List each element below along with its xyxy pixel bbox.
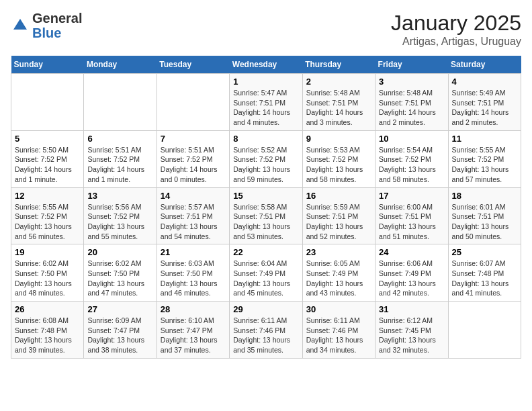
day-info: Sunrise: 5:58 AMSunset: 7:51 PMDaylight:… — [233, 202, 298, 242]
day-number: 11 — [452, 134, 517, 144]
day-info: Sunrise: 6:01 AMSunset: 7:51 PMDaylight:… — [452, 202, 517, 242]
header-cell-wednesday: Wednesday — [230, 56, 302, 74]
day-cell: 25Sunrise: 6:07 AMSunset: 7:48 PMDayligh… — [448, 244, 521, 302]
day-cell: 2Sunrise: 5:48 AMSunset: 7:51 PMDaylight… — [302, 74, 375, 131]
day-info: Sunrise: 5:48 AMSunset: 7:51 PMDaylight:… — [306, 88, 371, 128]
day-cell: 5Sunrise: 5:50 AMSunset: 7:52 PMDaylight… — [11, 130, 84, 187]
day-info: Sunrise: 5:51 AMSunset: 7:52 PMDaylight:… — [161, 145, 226, 185]
day-number: 1 — [233, 77, 298, 87]
day-cell — [157, 74, 229, 131]
header-cell-thursday: Thursday — [302, 56, 375, 74]
day-info: Sunrise: 5:56 AMSunset: 7:52 PMDaylight:… — [87, 202, 152, 242]
day-number: 23 — [306, 247, 371, 257]
day-number: 5 — [15, 134, 80, 144]
page-subtitle: Artigas, Artigas, Uruguay — [391, 36, 521, 48]
week-row-2: 5Sunrise: 5:50 AMSunset: 7:52 PMDaylight… — [11, 130, 521, 187]
day-number: 16 — [306, 191, 371, 201]
logo: General Blue — [11, 11, 82, 40]
week-row-4: 19Sunrise: 6:02 AMSunset: 7:50 PMDayligh… — [11, 244, 521, 302]
day-info: Sunrise: 6:00 AMSunset: 7:51 PMDaylight:… — [379, 202, 444, 242]
day-cell: 19Sunrise: 6:02 AMSunset: 7:50 PMDayligh… — [11, 244, 84, 302]
day-cell: 28Sunrise: 6:10 AMSunset: 7:47 PMDayligh… — [157, 302, 229, 359]
logo-icon — [11, 16, 30, 35]
day-cell: 12Sunrise: 5:55 AMSunset: 7:52 PMDayligh… — [11, 187, 84, 244]
day-cell: 8Sunrise: 5:52 AMSunset: 7:52 PMDaylight… — [230, 130, 302, 187]
day-cell: 18Sunrise: 6:01 AMSunset: 7:51 PMDayligh… — [448, 187, 521, 244]
logo-text: General Blue — [32, 11, 82, 40]
day-info: Sunrise: 6:09 AMSunset: 7:47 PMDaylight:… — [87, 316, 152, 355]
day-number: 9 — [306, 134, 371, 144]
day-number: 3 — [379, 77, 444, 87]
day-cell: 4Sunrise: 5:49 AMSunset: 7:51 PMDaylight… — [448, 74, 521, 131]
day-info: Sunrise: 5:55 AMSunset: 7:52 PMDaylight:… — [15, 202, 80, 242]
day-number: 25 — [452, 247, 517, 257]
day-number: 7 — [161, 134, 226, 144]
header-cell-monday: Monday — [84, 56, 157, 74]
day-cell: 31Sunrise: 6:12 AMSunset: 7:45 PMDayligh… — [375, 302, 448, 359]
day-info: Sunrise: 6:12 AMSunset: 7:45 PMDaylight:… — [379, 316, 444, 355]
day-cell: 6Sunrise: 5:51 AMSunset: 7:52 PMDaylight… — [84, 130, 157, 187]
day-cell: 9Sunrise: 5:53 AMSunset: 7:52 PMDaylight… — [302, 130, 375, 187]
day-info: Sunrise: 5:55 AMSunset: 7:52 PMDaylight:… — [452, 145, 517, 185]
day-number: 13 — [87, 191, 152, 201]
logo-general: General — [32, 11, 82, 26]
day-cell: 13Sunrise: 5:56 AMSunset: 7:52 PMDayligh… — [84, 187, 157, 244]
day-cell: 14Sunrise: 5:57 AMSunset: 7:51 PMDayligh… — [157, 187, 229, 244]
header-row: SundayMondayTuesdayWednesdayThursdayFrid… — [11, 56, 521, 74]
day-cell: 30Sunrise: 6:11 AMSunset: 7:46 PMDayligh… — [302, 302, 375, 359]
day-number: 30 — [306, 304, 371, 314]
day-info: Sunrise: 6:05 AMSunset: 7:49 PMDaylight:… — [306, 259, 371, 298]
day-cell: 3Sunrise: 5:48 AMSunset: 7:51 PMDaylight… — [375, 74, 448, 131]
day-info: Sunrise: 5:49 AMSunset: 7:51 PMDaylight:… — [452, 88, 517, 128]
day-number: 29 — [233, 304, 298, 314]
day-info: Sunrise: 5:57 AMSunset: 7:51 PMDaylight:… — [161, 202, 226, 242]
week-row-3: 12Sunrise: 5:55 AMSunset: 7:52 PMDayligh… — [11, 187, 521, 244]
day-info: Sunrise: 6:02 AMSunset: 7:50 PMDaylight:… — [15, 259, 80, 298]
day-info: Sunrise: 5:51 AMSunset: 7:52 PMDaylight:… — [87, 145, 152, 185]
day-number: 28 — [161, 304, 226, 314]
day-cell — [84, 74, 157, 131]
day-number: 10 — [379, 134, 444, 144]
day-info: Sunrise: 6:04 AMSunset: 7:49 PMDaylight:… — [233, 259, 298, 298]
day-number: 21 — [161, 247, 226, 257]
day-number: 8 — [233, 134, 298, 144]
day-number: 15 — [233, 191, 298, 201]
day-number: 14 — [161, 191, 226, 201]
day-number: 18 — [452, 191, 517, 201]
header-cell-friday: Friday — [375, 56, 448, 74]
day-cell — [448, 302, 521, 359]
day-info: Sunrise: 5:59 AMSunset: 7:51 PMDaylight:… — [306, 202, 371, 242]
day-cell: 15Sunrise: 5:58 AMSunset: 7:51 PMDayligh… — [230, 187, 302, 244]
day-info: Sunrise: 5:54 AMSunset: 7:52 PMDaylight:… — [379, 145, 444, 185]
header-cell-saturday: Saturday — [448, 56, 521, 74]
day-info: Sunrise: 5:48 AMSunset: 7:51 PMDaylight:… — [379, 88, 444, 128]
day-cell: 26Sunrise: 6:08 AMSunset: 7:48 PMDayligh… — [11, 302, 84, 359]
day-number: 26 — [15, 304, 80, 314]
day-number: 17 — [379, 191, 444, 201]
day-info: Sunrise: 6:07 AMSunset: 7:48 PMDaylight:… — [452, 259, 517, 298]
day-info: Sunrise: 6:06 AMSunset: 7:49 PMDaylight:… — [379, 259, 444, 298]
day-info: Sunrise: 6:03 AMSunset: 7:50 PMDaylight:… — [161, 259, 226, 298]
day-cell: 1Sunrise: 5:47 AMSunset: 7:51 PMDaylight… — [230, 74, 302, 131]
day-number: 4 — [452, 77, 517, 87]
logo-blue: Blue — [32, 26, 61, 40]
day-number: 20 — [87, 247, 152, 257]
day-info: Sunrise: 5:53 AMSunset: 7:52 PMDaylight:… — [306, 145, 371, 185]
day-number: 22 — [233, 247, 298, 257]
day-info: Sunrise: 5:47 AMSunset: 7:51 PMDaylight:… — [233, 88, 298, 128]
day-cell: 21Sunrise: 6:03 AMSunset: 7:50 PMDayligh… — [157, 244, 229, 302]
day-cell: 22Sunrise: 6:04 AMSunset: 7:49 PMDayligh… — [230, 244, 302, 302]
day-number: 31 — [379, 304, 444, 314]
page-title: January 2025 — [391, 11, 521, 36]
day-cell: 17Sunrise: 6:00 AMSunset: 7:51 PMDayligh… — [375, 187, 448, 244]
day-cell: 11Sunrise: 5:55 AMSunset: 7:52 PMDayligh… — [448, 130, 521, 187]
day-info: Sunrise: 5:52 AMSunset: 7:52 PMDaylight:… — [233, 145, 298, 185]
day-number: 12 — [15, 191, 80, 201]
day-cell: 29Sunrise: 6:11 AMSunset: 7:46 PMDayligh… — [230, 302, 302, 359]
day-cell: 20Sunrise: 6:02 AMSunset: 7:50 PMDayligh… — [84, 244, 157, 302]
day-cell: 27Sunrise: 6:09 AMSunset: 7:47 PMDayligh… — [84, 302, 157, 359]
day-cell: 10Sunrise: 5:54 AMSunset: 7:52 PMDayligh… — [375, 130, 448, 187]
title-block: January 2025 Artigas, Artigas, Uruguay — [391, 11, 521, 48]
week-row-5: 26Sunrise: 6:08 AMSunset: 7:48 PMDayligh… — [11, 302, 521, 359]
header-cell-tuesday: Tuesday — [157, 56, 229, 74]
